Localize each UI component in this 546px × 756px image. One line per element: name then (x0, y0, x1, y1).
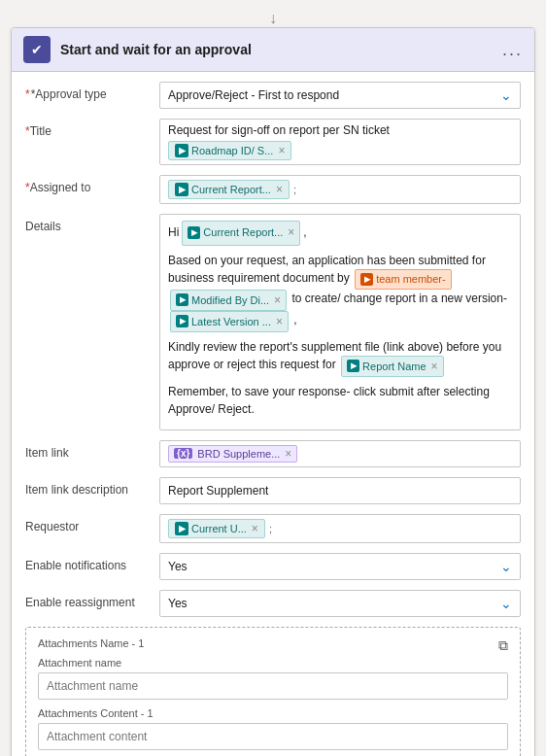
item-link-tag-close[interactable]: × (285, 447, 291, 461)
attachments-copy-icon[interactable]: ⧉ (498, 637, 508, 654)
item-link-desc-input[interactable]: Report Supplement (159, 477, 521, 504)
attachment-name-field: Attachment name (38, 657, 508, 700)
card-header-icon: ✔ (23, 36, 51, 63)
requestor-label: Requestor (25, 514, 152, 533)
assigned-tag1-close[interactable]: × (276, 183, 283, 196)
approval-type-label: **Approval type (25, 82, 152, 101)
details-tag1-close[interactable]: × (288, 223, 294, 244)
assigned-to-input[interactable]: ▶ Current Report... × ; (159, 175, 521, 204)
details-tag4-icon: ▶ (176, 315, 188, 327)
approval-card: ✔ Start and wait for an approval ... **A… (11, 27, 535, 756)
title-tag2-text: Roadmap ID/ S... (191, 145, 273, 156)
details-tag1-icon: ▶ (188, 226, 200, 239)
attachment-content-label: Attachments Content - 1 (38, 707, 508, 719)
details-para3: Remember, to save your response- click s… (168, 383, 512, 418)
assigned-to-row: *Assigned to ▶ Current Report... × ; (25, 175, 521, 204)
approval-type-text: Approve/Reject - First to respond (168, 88, 339, 102)
details-para1-end: , (293, 313, 296, 326)
item-link-tag-icon: {x} (174, 448, 192, 459)
item-link-value[interactable]: {x} BRD Suppleme... × (159, 440, 521, 467)
attachments-section: Attachments Name - 1 ⧉ Attachment name A… (25, 627, 521, 756)
details-value[interactable]: Hi ▶ Current Report... × , Based on your… (159, 214, 521, 430)
title-value[interactable]: Request for sign-off on report per SN ti… (159, 119, 521, 165)
requestor-tag-icon: ▶ (175, 522, 188, 535)
item-link-desc-text: Report Supplement (168, 484, 268, 498)
details-tag4[interactable]: ▶ Latest Version ... × (170, 311, 289, 332)
assigned-to-value[interactable]: ▶ Current Report... × ; (159, 175, 521, 204)
details-tag4-close[interactable]: × (276, 313, 283, 330)
top-connector-arrow: ↓ (263, 10, 283, 27)
details-para1-suffix: to create/ change report in a new versio… (291, 292, 506, 305)
card-title: Start and wait for an approval (60, 42, 493, 57)
details-tag5[interactable]: ▶ Report Name × (341, 356, 443, 377)
enable-reassignment-value[interactable]: Yes ⌄ (159, 590, 521, 617)
item-link-label: Item link (25, 440, 152, 460)
details-tag3[interactable]: ▶ Modified By Di... × (170, 290, 287, 311)
details-tag5-icon: ▶ (347, 360, 359, 372)
details-hi: Hi (168, 223, 179, 244)
title-tag2[interactable]: ▶ Roadmap ID/ S... × (168, 141, 291, 160)
approval-type-select[interactable]: Approve/Reject - First to respond ⌄ (159, 82, 521, 109)
enable-notifications-text: Yes (168, 560, 188, 573)
attachments-title: Attachments Name - 1 (38, 637, 144, 649)
title-row: *Title Request for sign-off on report pe… (25, 119, 521, 165)
item-link-row: Item link {x} BRD Suppleme... × (25, 440, 521, 467)
enable-reassignment-label: Enable reassignment (25, 590, 152, 609)
requestor-row: Requestor ▶ Current U... × ; (25, 514, 521, 543)
assigned-tag1-text: Current Report... (191, 184, 271, 195)
title-input[interactable]: Request for sign-off on report per SN ti… (159, 119, 521, 165)
title-tag2-close[interactable]: × (278, 144, 285, 157)
details-para2: Kindly review the report's supplement fi… (168, 338, 512, 377)
requestor-input[interactable]: ▶ Current U... × ; (159, 514, 521, 543)
item-link-tag[interactable]: {x} BRD Suppleme... × (168, 445, 297, 463)
assigned-to-label: *Assigned to (25, 175, 152, 194)
enable-reassignment-chevron: ⌄ (500, 596, 512, 611)
details-tag3-close[interactable]: × (274, 292, 281, 309)
attachment-content-input[interactable] (38, 723, 508, 750)
details-tag5-close[interactable]: × (431, 358, 438, 375)
details-tag4-text: Latest Version ... (191, 314, 271, 330)
details-input[interactable]: Hi ▶ Current Report... × , Based on your… (159, 214, 521, 430)
item-link-desc-value[interactable]: Report Supplement (159, 477, 521, 504)
item-link-input[interactable]: {x} BRD Suppleme... × (159, 440, 521, 467)
header-icon-char: ✔ (31, 42, 43, 57)
details-line1-suffix: , (303, 223, 306, 244)
details-tag2[interactable]: ▶ team member- (355, 269, 452, 290)
requestor-tag-close[interactable]: × (252, 522, 258, 535)
assigned-tag1[interactable]: ▶ Current Report... × (168, 180, 290, 199)
requestor-value[interactable]: ▶ Current U... × ; (159, 514, 521, 543)
details-label: Details (25, 214, 152, 233)
attachments-header: Attachments Name - 1 ⧉ (38, 637, 508, 649)
header-more-button[interactable]: ... (502, 40, 523, 60)
attachment-name-input[interactable] (38, 672, 508, 700)
title-tag2-icon: ▶ (175, 144, 188, 157)
details-row: Details Hi ▶ Current Report... × , (25, 214, 521, 430)
attachment-name-label: Attachment name (38, 657, 508, 669)
enable-reassignment-text: Yes (168, 597, 188, 610)
details-tag3-icon: ▶ (176, 293, 188, 306)
title-tag1-text: Request for sign-off on report per SN ti… (168, 123, 390, 137)
enable-notifications-select[interactable]: Yes ⌄ (159, 553, 521, 580)
enable-notifications-value[interactable]: Yes ⌄ (159, 553, 521, 580)
item-link-desc-row: Item link description Report Supplement (25, 477, 521, 504)
details-tag1[interactable]: ▶ Current Report... × (182, 221, 300, 246)
approval-type-chevron: ⌄ (500, 87, 512, 103)
enable-notifications-row: Enable notifications Yes ⌄ (25, 553, 521, 580)
assigned-separator: ; (293, 184, 296, 195)
approval-type-value[interactable]: Approve/Reject - First to respond ⌄ (159, 82, 521, 109)
item-link-desc-label: Item link description (25, 477, 152, 497)
enable-notifications-chevron: ⌄ (500, 559, 512, 574)
assigned-tag1-icon: ▶ (175, 183, 188, 196)
requestor-tag[interactable]: ▶ Current U... × (168, 519, 265, 538)
title-label: *Title (25, 119, 152, 138)
attachment-content-field: Attachments Content - 1 (38, 707, 508, 750)
details-tag2-icon: ▶ (360, 273, 373, 286)
details-tag2-text: team member- (376, 271, 446, 288)
enable-reassignment-select[interactable]: Yes ⌄ (159, 590, 521, 617)
approval-type-row: **Approval type Approve/Reject - First t… (25, 82, 521, 109)
card-header: ✔ Start and wait for an approval ... (12, 28, 534, 72)
details-tag1-text: Current Report... (203, 223, 283, 243)
enable-notifications-label: Enable notifications (25, 553, 152, 572)
requestor-tag-text: Current U... (191, 523, 247, 534)
details-tag3-text: Modified By Di... (191, 292, 269, 309)
